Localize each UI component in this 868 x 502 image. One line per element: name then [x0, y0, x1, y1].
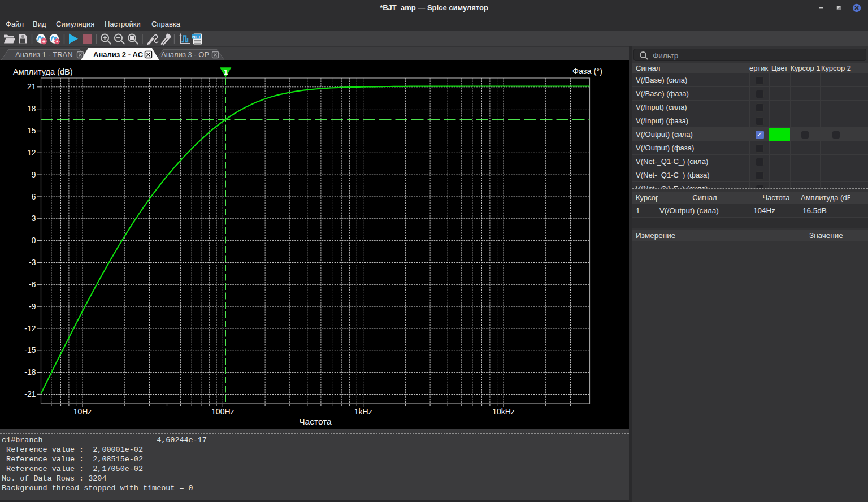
svg-text:0: 0: [32, 236, 36, 245]
svg-text:-9: -9: [29, 301, 36, 310]
svg-text:Анализ 2 - АС: Анализ 2 - АС: [93, 50, 144, 59]
svg-text:12: 12: [27, 148, 36, 157]
svg-text:15: 15: [27, 126, 36, 135]
svg-text:3: 3: [32, 214, 36, 223]
svg-text:100Hz: 100Hz: [211, 407, 234, 416]
svg-text:21: 21: [27, 82, 36, 91]
svg-text:-21: -21: [24, 390, 36, 399]
svg-text:6: 6: [32, 192, 36, 201]
svg-text:Амплитуда (dB): Амплитуда (dB): [13, 67, 73, 76]
svg-text:-18: -18: [24, 367, 36, 376]
svg-text:-6: -6: [29, 279, 36, 288]
svg-text:9: 9: [32, 170, 36, 179]
svg-text:NET: NET: [192, 34, 201, 40]
svg-text:Анализ 1 - TRAN: Анализ 1 - TRAN: [15, 50, 73, 59]
svg-text:10Hz: 10Hz: [73, 407, 92, 416]
svg-text:10kHz: 10kHz: [492, 407, 515, 416]
svg-text:Фаза (°): Фаза (°): [572, 66, 602, 75]
svg-text:1kHz: 1kHz: [354, 407, 372, 416]
svg-text:Частота: Частота: [299, 417, 332, 426]
svg-text:18: 18: [27, 104, 36, 113]
svg-text:-3: -3: [29, 258, 36, 267]
svg-text:-15: -15: [24, 345, 36, 354]
svg-text:Анализ 3 - OP: Анализ 3 - OP: [161, 50, 209, 59]
svg-text:1: 1: [224, 67, 228, 76]
svg-text:-12: -12: [24, 323, 36, 332]
